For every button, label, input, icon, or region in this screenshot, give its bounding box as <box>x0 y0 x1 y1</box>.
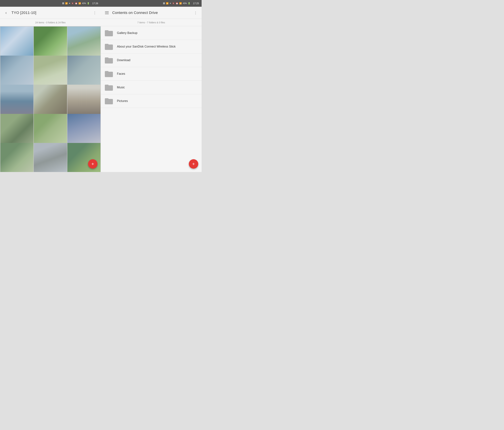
photo-cell[interactable]: PI100775 <box>34 56 67 89</box>
right-time: 17:25 <box>193 2 199 5</box>
folder-name: Faces <box>117 72 125 76</box>
hamburger-icon <box>104 10 110 15</box>
photo-cell[interactable]: PI100728 <box>0 27 33 60</box>
wifi-icon: 📶 <box>79 2 81 5</box>
gallery-icon: 🖼 <box>62 2 64 5</box>
left-app-header: ‹ TYO [2011-10] ⋮ <box>0 7 101 19</box>
right-fab-button[interactable]: + <box>189 159 198 169</box>
folder-item[interactable]: Pictures <box>101 94 202 108</box>
folder-icon <box>105 57 113 63</box>
mute-icon-right: 🔇 <box>172 2 175 5</box>
left-status-bar: 🖼 📶 ✦ 🔇 ⏰ 📶 43% 🔋 17:26 <box>0 0 101 7</box>
right-header-title: Contents on Connect Drive <box>112 11 190 15</box>
photo-grid: PI100728PI100748PI100757PI100763PI100775… <box>0 26 101 172</box>
folder-item[interactable]: Music <box>101 81 202 94</box>
folder-list: Gallery BackupAbout your SanDisk Connect… <box>101 26 202 172</box>
hamburger-button[interactable] <box>103 9 110 16</box>
alarm-icon-right: ⏰ <box>176 2 178 5</box>
photo-cell[interactable]: PI100833 <box>67 114 100 147</box>
left-subtitle: 24 items - 0 folders & 24 files <box>0 19 101 26</box>
alarm-icon: ⏰ <box>75 2 77 5</box>
photo-cell[interactable]: PI100748 <box>34 27 67 60</box>
folder-icon <box>105 84 113 91</box>
folder-name: Gallery Backup <box>117 31 137 35</box>
right-status-icons: 🖼 📶 ✦ 🔇 ⏰ 📶 43% 🔋 <box>163 2 190 5</box>
right-app-header: Contents on Connect Drive ⋮ <box>101 7 202 19</box>
left-header-title: TYO [2011-10] <box>11 11 89 15</box>
battery-text-left: 43% <box>82 2 86 5</box>
battery-text-right: 43% <box>183 2 187 5</box>
photo-cell[interactable]: PI100818 <box>0 114 33 147</box>
photo-cell[interactable]: PI100757 <box>67 27 100 60</box>
battery-icon-left: 🔋 <box>87 2 90 5</box>
back-button[interactable]: ‹ <box>3 9 9 16</box>
photo-cell[interactable]: PI100799 <box>34 85 67 118</box>
mute-icon: 🔇 <box>72 2 74 5</box>
folder-icon <box>105 43 113 50</box>
photo-cell[interactable]: PI100763 <box>0 56 33 89</box>
folder-item[interactable]: Faces <box>101 67 202 81</box>
right-status-bar: 🖼 📶 ✦ 🔇 ⏰ 📶 43% 🔋 17:25 <box>101 0 202 7</box>
photo-cell[interactable]: PI100793 <box>0 85 33 118</box>
photo-cell[interactable]: PI100827 <box>34 114 67 147</box>
left-fab-button[interactable]: + <box>88 159 98 169</box>
bluetooth-icon-right: ✦ <box>170 2 171 5</box>
folder-item[interactable]: About your SanDisk Connect Wireless Stic… <box>101 40 202 54</box>
folder-item[interactable]: Gallery Backup <box>101 26 202 40</box>
signal-icon: 📶 <box>65 2 68 5</box>
left-time: 17:26 <box>92 2 98 5</box>
photo-cell[interactable]: PI100851 <box>34 143 67 172</box>
bluetooth-icon: ✦ <box>69 2 70 5</box>
right-panel: 🖼 📶 ✦ 🔇 ⏰ 📶 43% 🔋 17:25 Contents on Conn… <box>101 0 202 172</box>
signal-icon-right: 📶 <box>166 2 169 5</box>
folder-name: About your SanDisk Connect Wireless Stic… <box>117 45 176 48</box>
left-menu-button[interactable]: ⋮ <box>91 9 98 16</box>
folder-icon <box>105 30 113 36</box>
folder-icon <box>105 98 113 104</box>
photo-cell[interactable]: PI100842 <box>0 143 33 172</box>
battery-icon-right: 🔋 <box>188 2 190 5</box>
left-status-icons: 🖼 📶 ✦ 🔇 ⏰ 📶 43% 🔋 <box>62 2 90 5</box>
right-menu-button[interactable]: ⋮ <box>192 9 199 16</box>
folder-item[interactable]: Download <box>101 54 202 67</box>
folder-name: Download <box>117 58 130 62</box>
gallery-icon-right: 🖼 <box>163 2 165 5</box>
wifi-icon-right: 📶 <box>179 2 182 5</box>
right-subtitle: 7 items - 7 folders & 0 files <box>101 19 202 26</box>
folder-name: Music <box>117 86 125 89</box>
folder-name: Pictures <box>117 99 128 103</box>
photo-cell[interactable]: PI100787 <box>67 56 100 89</box>
folder-icon <box>105 70 113 77</box>
photo-cell[interactable]: PI100809 <box>67 85 100 118</box>
left-panel: 🖼 📶 ✦ 🔇 ⏰ 📶 43% 🔋 17:26 ‹ TYO [2011-10] … <box>0 0 101 172</box>
